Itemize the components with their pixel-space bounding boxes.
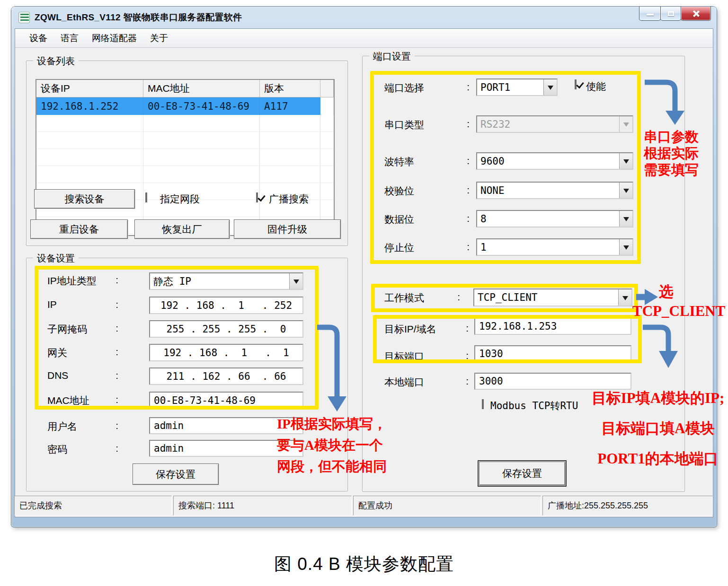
maximize-icon bbox=[668, 11, 674, 16]
table-empty-row bbox=[36, 115, 334, 132]
dropdown-arrow-icon[interactable] bbox=[543, 79, 557, 95]
status-config-result: 配置成功 bbox=[353, 496, 541, 516]
specify-segment-label: 指定网段 bbox=[160, 192, 200, 206]
factory-reset-button[interactable]: 恢复出厂 bbox=[134, 219, 230, 239]
stop-bits-select[interactable]: 1 bbox=[476, 238, 633, 256]
table-empty-row bbox=[36, 149, 334, 166]
menu-bar: 设备 语言 网络适配器 关于 bbox=[15, 29, 713, 48]
window-title: ZQWL_EthRS_V112 智嵌物联串口服务器配置软件 bbox=[35, 11, 242, 24]
modbus-label: Modbus TCP转RTU bbox=[490, 399, 578, 412]
screenshot-root: ZQWL_EthRS_V112 智嵌物联串口服务器配置软件 设备 语言 网络适配… bbox=[0, 0, 728, 586]
title-bar[interactable]: ZQWL_EthRS_V112 智嵌物联串口服务器配置软件 bbox=[15, 7, 713, 28]
dns-field[interactable]: 211 . 162 . 66 . 66 bbox=[149, 367, 303, 385]
close-button[interactable] bbox=[681, 7, 711, 21]
search-device-button[interactable]: 搜索设备 bbox=[34, 189, 135, 209]
serial-type-select: RS232 bbox=[476, 115, 633, 133]
close-icon bbox=[692, 9, 700, 18]
target-ip-field[interactable]: 192.168.1.253 bbox=[474, 318, 631, 335]
baud-rate-label: 波特率: bbox=[384, 155, 470, 168]
save-settings-button-right[interactable]: 保存设置 bbox=[479, 462, 565, 485]
minimize-button[interactable] bbox=[639, 7, 661, 21]
table-empty-row bbox=[36, 166, 334, 183]
ip-label: IP: bbox=[47, 299, 118, 310]
minimize-icon bbox=[647, 14, 654, 16]
dropdown-arrow-icon[interactable] bbox=[289, 273, 302, 289]
cell-device-ip: 192.168.1.252 bbox=[36, 97, 143, 115]
subnet-mask-field[interactable]: 255 . 255 . 255 . 0 bbox=[149, 320, 303, 338]
data-bits-label: 数据位: bbox=[384, 213, 470, 226]
note-device-ip: IP根据实际填写， 要与A模块在一个 网段，但不能相同 bbox=[277, 413, 405, 477]
table-row-selected[interactable]: 192.168.1.252 00-E8-73-41-48-69 A117 bbox=[36, 97, 334, 115]
parity-select[interactable]: NONE bbox=[476, 182, 633, 199]
subnet-mask-label: 子网掩码: bbox=[47, 323, 118, 336]
work-mode-label: 工作模式: bbox=[384, 291, 460, 305]
dropdown-arrow-icon bbox=[619, 116, 632, 132]
menu-about[interactable]: 关于 bbox=[143, 30, 175, 46]
save-settings-button-left[interactable]: 保存设置 bbox=[133, 464, 219, 485]
status-search-state: 已完成搜索 bbox=[14, 496, 172, 516]
menu-language[interactable]: 语言 bbox=[54, 30, 85, 46]
port-enable-checkbox[interactable] bbox=[575, 79, 577, 89]
figure-caption: 图 0.4 B 模块参数配置 bbox=[0, 552, 728, 576]
device-table[interactable]: 设备IP MAC地址 版本 192.168.1.252 00-E8-73-41-… bbox=[36, 79, 335, 236]
dropdown-arrow-icon[interactable] bbox=[619, 239, 632, 255]
specify-segment-checkbox[interactable] bbox=[145, 192, 147, 202]
menu-device[interactable]: 设备 bbox=[23, 30, 54, 46]
menu-network-adapter[interactable]: 网络适配器 bbox=[85, 30, 143, 46]
port-select[interactable]: PORT1 bbox=[476, 79, 558, 96]
device-settings-legend: 设备设置 bbox=[33, 252, 79, 265]
modbus-checkbox[interactable] bbox=[482, 399, 484, 409]
col-header-device-ip[interactable]: 设备IP bbox=[36, 80, 143, 97]
dropdown-arrow-icon[interactable] bbox=[619, 183, 632, 198]
broadcast-search-checkbox[interactable] bbox=[256, 192, 258, 202]
table-empty-row bbox=[36, 132, 334, 149]
local-port-label: 本地端口: bbox=[384, 376, 469, 389]
mac-field[interactable]: 00-E8-73-41-48-69 bbox=[149, 392, 303, 409]
status-search-port: 搜索端口: 1111 bbox=[173, 496, 352, 516]
cell-version: A117 bbox=[260, 97, 320, 115]
baud-rate-select[interactable]: 9600 bbox=[476, 152, 633, 170]
mac-label: MAC地址: bbox=[47, 394, 118, 407]
note-serial-params: 串口参数 根据实际 需要填写 bbox=[644, 129, 715, 178]
ip-type-label: IP地址类型: bbox=[47, 274, 118, 288]
dropdown-arrow-icon[interactable] bbox=[618, 289, 631, 306]
app-icon bbox=[18, 12, 30, 23]
username-label: 用户名: bbox=[47, 420, 118, 433]
col-header-mac[interactable]: MAC地址 bbox=[143, 80, 260, 97]
maximize-button[interactable] bbox=[660, 7, 681, 21]
firmware-upgrade-button[interactable]: 固件升级 bbox=[234, 219, 341, 239]
device-list-legend: 设备列表 bbox=[33, 55, 79, 68]
status-broadcast-address: 广播地址:255.255.255.255 bbox=[542, 496, 713, 516]
target-port-field[interactable]: 1030 bbox=[474, 345, 631, 362]
stop-bits-label: 停止位: bbox=[384, 241, 470, 254]
gateway-label: 网关: bbox=[47, 346, 118, 359]
dropdown-arrow-icon[interactable] bbox=[619, 211, 632, 227]
parity-label: 校验位: bbox=[384, 184, 470, 198]
ip-type-select[interactable]: 静态 IP bbox=[149, 272, 303, 290]
device-table-header-row: 设备IP MAC地址 版本 bbox=[36, 80, 334, 97]
port-settings-legend: 端口设置 bbox=[369, 50, 415, 63]
target-port-label: 目标端口: bbox=[384, 350, 469, 363]
data-bits-select[interactable]: 8 bbox=[476, 210, 633, 227]
col-header-spacer bbox=[320, 80, 334, 97]
target-ip-label: 目标IP/域名: bbox=[384, 323, 469, 336]
note-target: 目标IP填A模块的IP; 目标端口填A模块 PORT1的本地端口 bbox=[589, 383, 727, 474]
note-mode-line2: TCP_CLIENT bbox=[632, 303, 725, 320]
work-mode-select[interactable]: TCP_CLIENT bbox=[473, 289, 632, 306]
port-select-label: 端口选择: bbox=[384, 81, 470, 95]
col-header-version[interactable]: 版本 bbox=[260, 80, 320, 97]
gateway-field[interactable]: 192 . 168 . 1 . 1 bbox=[149, 344, 303, 361]
cell-mac: 00-E8-73-41-48-69 bbox=[143, 97, 260, 115]
restart-device-button[interactable]: 重启设备 bbox=[30, 219, 128, 239]
cell-spacer bbox=[320, 97, 334, 115]
note-mode-line1: 选 bbox=[659, 282, 674, 302]
dns-label: DNS: bbox=[47, 370, 118, 381]
broadcast-search-label: 广播搜索 bbox=[269, 192, 309, 206]
port-enable-label: 使能 bbox=[586, 80, 606, 93]
serial-type-label: 串口类型: bbox=[384, 118, 470, 131]
ip-field[interactable]: 192 . 168 . 1 . 252 bbox=[149, 297, 303, 314]
password-label: 密码: bbox=[47, 443, 118, 456]
dropdown-arrow-icon[interactable] bbox=[619, 153, 632, 169]
